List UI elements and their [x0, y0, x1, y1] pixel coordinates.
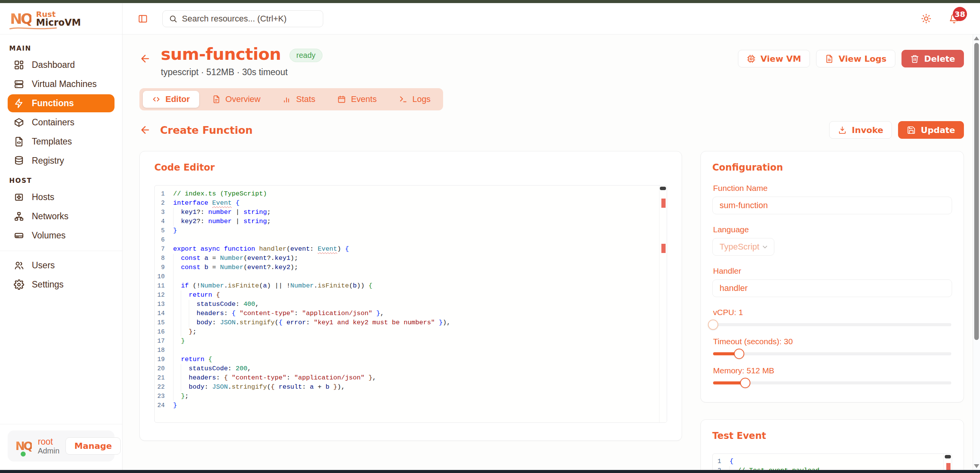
test-event-title: Test Event	[712, 430, 952, 441]
server-icon	[14, 79, 24, 89]
sidebar-item-dashboard[interactable]: Dashboard	[8, 56, 115, 74]
search-input[interactable]	[182, 14, 317, 24]
test-editor-overview-ruler	[943, 454, 952, 470]
scrollbar-down-arrow-icon[interactable]	[974, 464, 979, 468]
view-logs-button[interactable]: View Logs	[816, 50, 895, 67]
tab-editor[interactable]: Editor	[143, 91, 199, 108]
page-content: sum-function ready typescript · 512MB · …	[123, 34, 980, 470]
code-line: 13 statusCode: 400,	[155, 300, 667, 309]
code-editor-card: Code Editor 1// index.ts (TypeScript)2in…	[139, 151, 682, 441]
theme-sun-icon[interactable]	[921, 13, 931, 24]
code-editor[interactable]: 1// index.ts (TypeScript)2interface Even…	[154, 185, 667, 423]
tab-label: Overview	[226, 94, 261, 104]
update-label: Update	[921, 125, 955, 135]
users-icon	[14, 260, 24, 271]
view-vm-button[interactable]: View VM	[738, 50, 810, 67]
code-line: 12 return {	[155, 291, 667, 300]
editor-scrollbar-thumb[interactable]	[945, 455, 951, 458]
language-select[interactable]: TypeScript	[712, 238, 774, 256]
save-icon	[907, 126, 916, 135]
download-tray-icon	[838, 126, 847, 135]
configuration-card: Configuration Function Name Language Typ…	[700, 151, 964, 402]
sidebar-item-label: Virtual Machines	[32, 79, 97, 89]
sidebar-item-hosts[interactable]: Hosts	[8, 188, 115, 206]
dashboard-icon	[14, 60, 24, 70]
vcpu-slider[interactable]	[713, 323, 951, 326]
slider-thumb[interactable]	[740, 378, 750, 388]
code-line: 1// index.ts (TypeScript)	[155, 189, 667, 199]
page-scrollbar[interactable]	[973, 34, 980, 470]
top-navbar: 38	[123, 3, 980, 34]
scrollbar-thumb[interactable]	[974, 43, 979, 340]
notifications[interactable]: 38	[949, 13, 959, 24]
slider-thumb[interactable]	[708, 320, 718, 330]
slider-thumb[interactable]	[734, 349, 744, 359]
editor-scrollbar-thumb[interactable]	[660, 187, 666, 190]
sidebar-item-label: Dashboard	[32, 60, 75, 70]
view-logs-label: View Logs	[839, 54, 887, 64]
sidebar-item-label: Networks	[32, 211, 69, 222]
sidebar-item-label: Functions	[32, 98, 74, 108]
back-arrow-icon[interactable]	[139, 53, 151, 64]
cards-row: Code Editor 1// index.ts (TypeScript)2in…	[139, 151, 964, 470]
page-title-block: sum-function ready typescript · 512MB · …	[161, 44, 322, 77]
handler-label: Handler	[713, 266, 951, 276]
code-line: 16 };	[155, 327, 667, 337]
timeout-slider[interactable]	[713, 352, 951, 355]
sidebar-item-label: Volumes	[32, 230, 65, 241]
tab-logs[interactable]: Logs	[390, 91, 440, 108]
update-button[interactable]: Update	[898, 121, 964, 139]
tab-overview[interactable]: Overview	[203, 91, 270, 108]
manage-button[interactable]: Manage	[65, 437, 121, 455]
invoke-label: Invoke	[852, 125, 883, 135]
sidebar-toggle-icon[interactable]	[138, 14, 148, 24]
code-line: 24}	[155, 401, 667, 410]
sidebar-item-functions[interactable]: Functions	[8, 94, 115, 112]
sidebar-item-containers[interactable]: Containers	[8, 113, 115, 131]
delete-button[interactable]: Delete	[901, 50, 964, 67]
tab-stats[interactable]: Stats	[273, 91, 324, 108]
tab-label: Stats	[296, 94, 315, 104]
invoke-button[interactable]: Invoke	[829, 121, 892, 139]
sidebar-item-templates[interactable]: Templates	[8, 133, 115, 151]
test-event-editor[interactable]: 1{2 // Test event payload3}	[712, 453, 952, 470]
window-top-accent-bar	[0, 0, 980, 3]
brand-logo[interactable]: NQ Rust MicroVM	[0, 3, 122, 34]
code-line: 9 const b = Number(event?.key2);	[155, 263, 667, 272]
back-arrow-icon[interactable]	[139, 124, 151, 136]
code-line: 22 body: JSON.stringify({ result: a + b …	[155, 383, 667, 392]
code-line: 4 key2?: number | string;	[155, 217, 667, 226]
right-column: Configuration Function Name Language Typ…	[700, 151, 964, 470]
avatar: NQ	[15, 439, 32, 453]
sidebar-item-volumes[interactable]: Volumes	[8, 227, 115, 245]
timeout-slider-label: Timeout (seconds): 30	[713, 337, 951, 346]
calendar-icon	[337, 95, 346, 103]
host-server-icon	[14, 192, 24, 202]
topnav-right: 38	[921, 13, 965, 24]
hard-drive-icon	[14, 230, 24, 241]
user-meta: root Admin	[38, 437, 60, 455]
function-name-input[interactable]	[712, 197, 952, 214]
memory-slider-label: Memory: 512 MB	[713, 366, 951, 375]
sidebar-item-settings[interactable]: Settings	[8, 276, 115, 294]
editor-overview-ruler	[659, 186, 667, 422]
error-marker	[661, 199, 666, 208]
scrollbar-up-arrow-icon[interactable]	[974, 36, 979, 40]
page-actions: View VM View Logs Delete	[738, 50, 964, 67]
sidebar-item-virtual-machines[interactable]: Virtual Machines	[8, 75, 115, 93]
tab-events[interactable]: Events	[328, 91, 386, 108]
notification-count-badge: 38	[953, 7, 967, 21]
cpu-icon	[747, 54, 756, 63]
memory-slider[interactable]	[713, 381, 951, 384]
sidebar-item-users[interactable]: Users	[8, 256, 115, 274]
subheader: Create Function Invoke Update	[139, 121, 964, 139]
handler-input[interactable]	[712, 279, 952, 297]
error-marker	[661, 244, 666, 253]
language-label: Language	[713, 225, 951, 234]
sidebar-item-registry[interactable]: Registry	[8, 152, 115, 170]
code-line: 5}	[155, 226, 667, 235]
document-icon	[212, 95, 221, 103]
code-line: 11 if (!Number.isFinite(a) || !Number.is…	[155, 281, 667, 291]
sidebar-item-networks[interactable]: Networks	[8, 207, 115, 225]
delete-label: Delete	[924, 54, 955, 64]
